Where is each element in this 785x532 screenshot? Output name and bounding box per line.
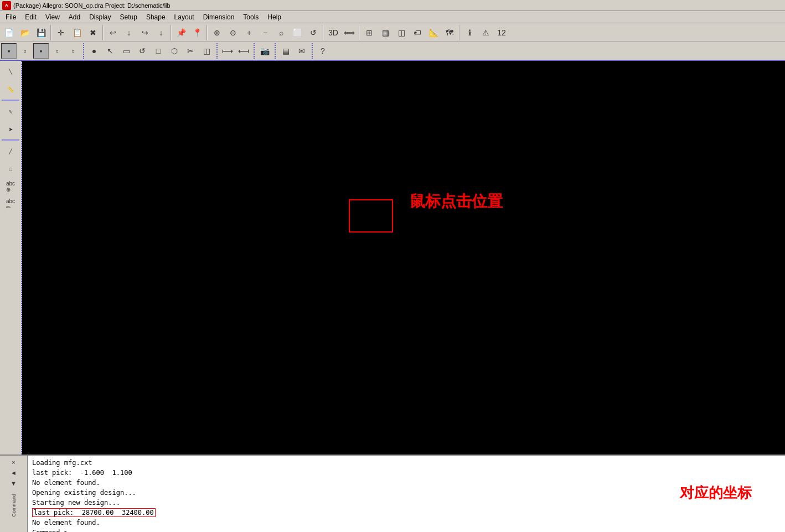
toolbar2-separator (254, 43, 255, 59)
open-btn[interactable]: 📂 (17, 25, 33, 40)
info-btn[interactable]: ℹ (462, 25, 477, 40)
sq-btn[interactable]: □ (151, 43, 166, 59)
console-output: Loading mfg.cxtlast pick: -1.600 1.100No… (28, 456, 785, 532)
arc-btn[interactable]: ↺ (135, 43, 150, 59)
console-line-6: No element found. (32, 518, 781, 528)
console-left-icon[interactable]: ◄ (9, 468, 18, 477)
menu-item-file[interactable]: File (1, 12, 20, 22)
canvas-area[interactable]: 鼠标点击位置 (22, 61, 785, 454)
menu-item-edit[interactable]: Edit (20, 12, 41, 22)
warn-btn[interactable]: ⚠ (478, 25, 493, 40)
zoom-win-btn[interactable]: ⊕ (209, 25, 225, 40)
push-pin-btn[interactable]: 📌 (173, 25, 189, 40)
zoom-out-btn[interactable]: ⊖ (225, 25, 241, 40)
zoom-in-btn[interactable]: + (241, 25, 257, 40)
arrow-btn[interactable]: ➤ (2, 121, 19, 137)
zoom-box-btn[interactable]: ⬜ (290, 25, 305, 40)
delete-btn[interactable]: ✖ (85, 25, 101, 40)
toolbar-separator (359, 25, 360, 40)
console-line-0: Loading mfg.cxt (32, 458, 781, 468)
email-btn[interactable]: ✉ (294, 43, 309, 59)
menu-item-dimension[interactable]: Dimension (199, 12, 239, 22)
zoom-back-btn[interactable]: ↺ (306, 25, 321, 40)
3d-btn[interactable]: 3D (326, 25, 341, 40)
snap-btn[interactable]: ◫ (199, 43, 214, 59)
console-line-3: Opening existing design... (32, 488, 781, 498)
console-line-5: last pick: 28700.00 32400.00 (32, 508, 781, 518)
undo-btn[interactable]: ↩ (105, 25, 121, 40)
toolbar2-separator (83, 43, 84, 59)
measure-l-btn[interactable]: ⟼ (220, 43, 235, 59)
move-btn[interactable]: ✛ (53, 25, 69, 40)
menu-item-tools[interactable]: Tools (239, 12, 263, 22)
circle-btn[interactable]: ● (86, 43, 102, 59)
app-icon: A (2, 1, 11, 10)
text-edit-btn[interactable]: abc ✏ (2, 196, 19, 213)
toolbar-separator (102, 25, 104, 40)
pkg1-btn[interactable]: ▦ (378, 25, 393, 40)
sidebar-separator (2, 140, 19, 141)
draw-line-btn[interactable]: ╲ (2, 63, 19, 80)
step-down-btn[interactable]: ↓ (121, 25, 137, 40)
highlighted-last-pick: last pick: 28700.00 32400.00 (32, 508, 156, 517)
zoom-minus-btn[interactable]: − (257, 25, 273, 40)
mouse-click-annotation: 鼠标点击位置 (410, 191, 503, 212)
toolbar-separator (323, 25, 324, 40)
layer-all-btn[interactable]: ▪ (1, 43, 17, 59)
grid-btn[interactable]: ⊞ (361, 25, 377, 40)
menubar: FileEditViewAddDisplaySetupShapeLayoutDi… (0, 11, 785, 23)
text-abc-btn[interactable]: abc ⊕ (2, 178, 19, 195)
menu-item-shape[interactable]: Shape (142, 12, 170, 22)
toolbar-separator (459, 25, 460, 40)
main-layout: ╲📏∿➤╱□abc ⊕abc ✏ 鼠标点击位置 (0, 61, 785, 454)
measure-r-btn[interactable]: ⟻ (236, 43, 251, 59)
rect-btn[interactable]: ▭ (118, 43, 134, 59)
menu-item-add[interactable]: Add (64, 12, 85, 22)
new-btn[interactable]: 📄 (1, 25, 17, 40)
pkg4-btn[interactable]: 📐 (426, 25, 441, 40)
pkg2-btn[interactable]: ◫ (394, 25, 409, 40)
menu-item-setup[interactable]: Setup (116, 12, 142, 22)
layer-b-btn[interactable]: ▫ (17, 43, 33, 59)
group-btn[interactable]: ▤ (278, 43, 293, 59)
camera-btn[interactable]: 📷 (257, 43, 272, 59)
sidebar-separator (2, 100, 19, 101)
pkg3-btn[interactable]: 🏷 (410, 25, 425, 40)
wave-btn[interactable]: ∿ (2, 103, 19, 120)
hex-btn[interactable]: ⬡ (167, 43, 182, 59)
num-btn[interactable]: 12 (494, 25, 509, 40)
console-line-4: Starting new design... (32, 498, 781, 508)
menu-item-view[interactable]: View (41, 12, 64, 22)
toolbar2: ▪▫▪▫▫●↖▭↺□⬡✂◫⟼⟻📷▤✉? (0, 42, 785, 61)
menu-item-display[interactable]: Display (85, 12, 115, 22)
redo-btn[interactable]: ↪ (137, 25, 153, 40)
console-line-7: Command > (32, 528, 781, 532)
select-btn[interactable]: ↖ (102, 43, 118, 59)
flip-btn[interactable]: ⟺ (342, 25, 357, 40)
pkg5-btn[interactable]: 🗺 (442, 25, 457, 40)
menu-item-help[interactable]: Help (263, 12, 286, 22)
zoom-fit-btn[interactable]: ⌕ (273, 25, 289, 40)
copy-btn[interactable]: 📋 (69, 25, 85, 40)
sidebar: ╲📏∿➤╱□abc ⊕abc ✏ (0, 61, 22, 454)
console-label: Command (11, 494, 17, 517)
step-down2-btn[interactable]: ↓ (153, 25, 169, 40)
console-down-icon[interactable]: ▼ (9, 479, 18, 488)
toolbar-separator (206, 25, 208, 40)
layer-e-btn[interactable]: ▫ (65, 43, 81, 59)
layer-c-btn[interactable]: ▪ (33, 43, 49, 59)
help2-btn[interactable]: ? (315, 43, 330, 59)
titlebar: A (Package) Allegro: SOON_op.dra Project… (0, 0, 785, 11)
ruler-btn[interactable]: 📏 (2, 81, 19, 97)
rect-tool-btn[interactable]: □ (2, 161, 19, 177)
layer-d-btn[interactable]: ▫ (49, 43, 65, 59)
console-close-icon[interactable]: × (9, 458, 18, 467)
console-line-2: No element found. (32, 478, 781, 488)
menu-item-layout[interactable]: Layout (170, 12, 199, 22)
pin2-btn[interactable]: 📍 (189, 25, 205, 40)
line-tool-btn[interactable]: ╱ (2, 143, 19, 159)
cut-btn[interactable]: ✂ (183, 43, 198, 59)
toolbar2-separator (275, 43, 276, 59)
console-sidebar: × ◄ ▼ Command (0, 456, 28, 532)
save-btn[interactable]: 💾 (33, 25, 49, 40)
